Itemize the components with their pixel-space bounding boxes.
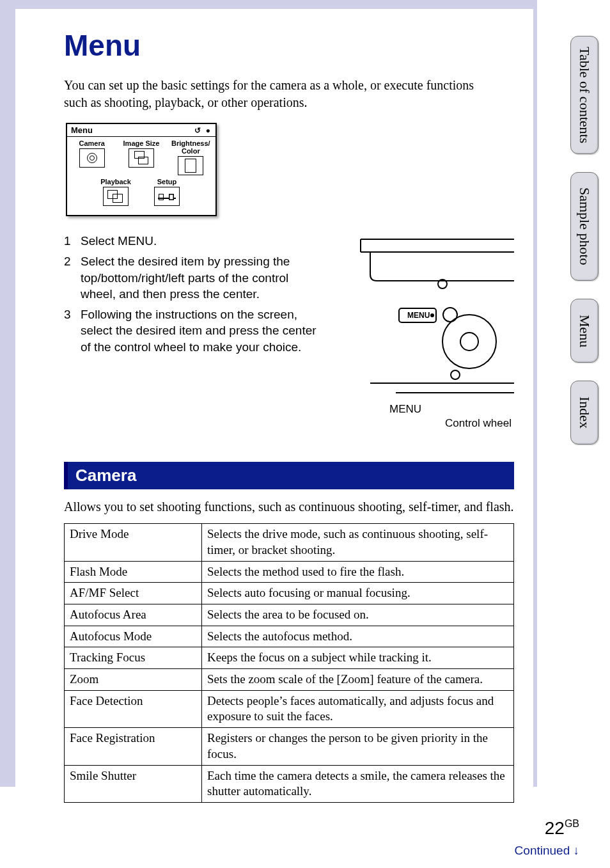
setting-desc: Selects the drive mode, such as continuo… xyxy=(202,524,514,561)
section-header-camera: Camera xyxy=(64,462,514,489)
side-tab-toc[interactable]: Table of contents xyxy=(570,36,598,154)
side-tab-sample-photo[interactable]: Sample photo xyxy=(570,172,598,281)
setting-name: Tracking Focus xyxy=(65,647,202,669)
table-row: Autofocus AreaSelects the area to be foc… xyxy=(65,604,514,626)
table-row: Tracking FocusKeeps the focus on a subje… xyxy=(65,647,514,669)
side-tab-menu[interactable]: Menu xyxy=(570,299,598,363)
menu-screen-header-label: Menu xyxy=(71,125,93,135)
svg-point-5 xyxy=(451,370,460,379)
setting-name: Face Detection xyxy=(65,690,202,727)
menu-screen-header-icons: ↺ ● xyxy=(194,126,212,135)
menu-item-image-size: Image Size xyxy=(119,139,163,175)
setting-name: Zoom xyxy=(65,669,202,691)
table-row: ZoomSets the zoom scale of the [Zoom] fe… xyxy=(65,669,514,691)
table-row: Face DetectionDetects people’s faces aut… xyxy=(65,690,514,727)
setting-name: AF/MF Select xyxy=(65,583,202,604)
setting-desc: Detects people’s faces automatically, an… xyxy=(202,690,514,727)
step-1: 1 Select MENU. xyxy=(64,233,322,249)
setting-desc: Selects auto focusing or manual focusing… xyxy=(202,583,514,604)
setting-desc: Selects the area to be focused on. xyxy=(202,604,514,626)
camera-icon xyxy=(79,148,105,168)
page-region: GB xyxy=(565,818,579,829)
step-1-text: Select MENU. xyxy=(81,233,157,249)
page-content: Menu You can set up the basic settings f… xyxy=(15,9,533,815)
setting-desc: Registers or changes the person to be gi… xyxy=(202,728,514,765)
diagram-menu-label: MENU xyxy=(297,403,514,416)
svg-point-3 xyxy=(442,315,496,368)
setting-name: Drive Mode xyxy=(65,524,202,561)
continued-indicator: Continued ↓ xyxy=(515,844,579,858)
table-row: Drive ModeSelects the drive mode, such a… xyxy=(65,524,514,561)
menu-item-playback: Playback xyxy=(93,178,139,206)
step-2-text: Select the desired item by pressing the … xyxy=(81,253,322,303)
setting-desc: Keeps the focus on a subject while track… xyxy=(202,647,514,669)
side-tab-index[interactable]: Index xyxy=(570,381,598,445)
menu-item-camera-label: Camera xyxy=(70,139,114,147)
setup-icon xyxy=(154,187,180,206)
setting-desc: Each time the camera detects a smile, th… xyxy=(202,765,514,802)
camera-settings-table: Drive ModeSelects the drive mode, such a… xyxy=(64,523,514,803)
steps-list: 1 Select MENU. 2 Select the desired item… xyxy=(64,233,322,359)
camera-diagram-svg: MENU xyxy=(335,233,514,399)
menu-item-camera: Camera xyxy=(70,139,114,175)
setting-name: Flash Mode xyxy=(65,561,202,583)
menu-item-image-size-label: Image Size xyxy=(119,139,163,147)
menu-screen-header: Menu ↺ ● xyxy=(67,124,215,137)
setting-name: Smile Shutter xyxy=(65,765,202,802)
setting-desc: Selects the method used to fire the flas… xyxy=(202,561,514,583)
table-row: Flash ModeSelects the method used to fir… xyxy=(65,561,514,583)
table-row: AF/MF SelectSelects auto focusing or man… xyxy=(65,583,514,604)
table-row: Autofocus ModeSelects the autofocus meth… xyxy=(65,626,514,647)
svg-point-6 xyxy=(430,313,434,317)
step-3-number: 3 xyxy=(64,306,74,356)
step-2-number: 2 xyxy=(64,253,74,303)
menu-item-brightness: Brightness/ Color xyxy=(169,139,213,175)
menu-item-playback-label: Playback xyxy=(93,178,139,185)
step-3-text: Following the instructions on the screen… xyxy=(81,306,322,356)
setting-name: Autofocus Mode xyxy=(65,626,202,647)
setting-name: Autofocus Area xyxy=(65,604,202,626)
setting-desc: Sets the zoom scale of the [Zoom] featur… xyxy=(202,669,514,691)
side-tabs: Table of contents Sample photo Menu Inde… xyxy=(570,36,598,445)
diagram-menu-button-text: MENU xyxy=(407,311,430,320)
page-number-value: 22 xyxy=(545,818,565,838)
setting-name: Face Registration xyxy=(65,728,202,765)
camera-diagram: MENU MENU Control wheel xyxy=(335,233,514,430)
intro-text: You can set up the basic settings for th… xyxy=(64,77,499,111)
page-title: Menu xyxy=(64,28,514,63)
step-1-number: 1 xyxy=(64,233,74,249)
menu-screen-mockup: Menu ↺ ● Camera Image Size Brightness/ C… xyxy=(66,123,217,216)
svg-point-4 xyxy=(460,333,478,351)
diagram-wheel-label: Control wheel xyxy=(335,417,514,430)
setting-desc: Selects the autofocus method. xyxy=(202,626,514,647)
menu-item-brightness-label: Brightness/ Color xyxy=(169,139,213,155)
menu-screen-body: Camera Image Size Brightness/ Color Play… xyxy=(67,137,215,215)
step-2: 2 Select the desired item by pressing th… xyxy=(64,253,322,303)
svg-point-2 xyxy=(443,308,457,322)
section-intro: Allows you to set shooting functions, su… xyxy=(64,500,514,514)
page-number: 22GB xyxy=(545,818,579,839)
menu-item-setup-label: Setup xyxy=(144,178,190,185)
brightness-icon xyxy=(178,156,203,175)
playback-icon xyxy=(103,187,129,206)
table-row: Face RegistrationRegisters or changes th… xyxy=(65,728,514,765)
image-size-icon xyxy=(129,148,154,168)
menu-item-setup: Setup xyxy=(144,178,190,206)
step-3: 3 Following the instructions on the scre… xyxy=(64,306,322,356)
table-row: Smile ShutterEach time the camera detect… xyxy=(65,765,514,802)
